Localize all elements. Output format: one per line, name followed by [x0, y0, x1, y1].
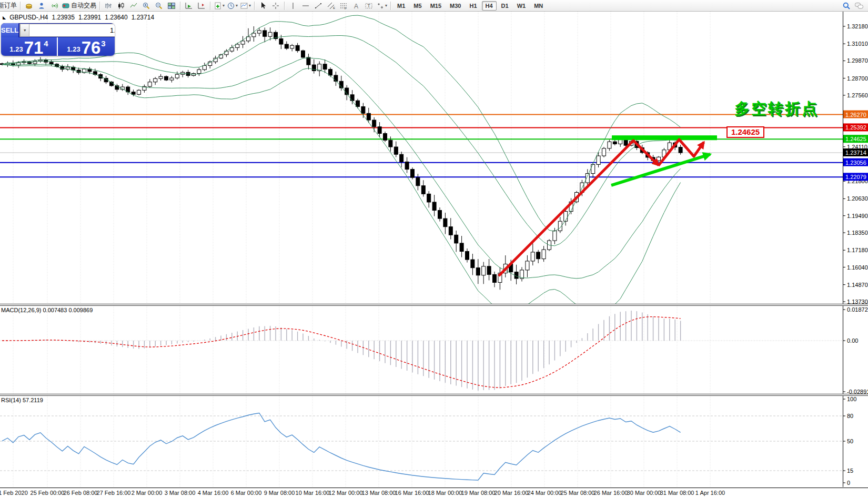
timeframe-mn[interactable]: MN	[530, 1, 547, 11]
bar-chart-button[interactable]	[103, 1, 114, 11]
indicators-button[interactable]: ▾	[213, 1, 225, 11]
bollinger-band	[2, 58, 681, 279]
candle-body	[334, 75, 338, 81]
candle-body	[372, 120, 376, 127]
timeframe-m1[interactable]: M1	[393, 1, 409, 11]
bollinger-band	[2, 65, 681, 304]
text-button[interactable]: A	[350, 1, 362, 11]
candle-body	[493, 274, 497, 282]
rsi-chart[interactable]: 1008050150	[0, 396, 868, 487]
sell-price-display[interactable]: 1.23 71 4	[1, 37, 57, 56]
sell-button[interactable]: SELL	[1, 23, 18, 37]
tile-windows-button[interactable]	[166, 1, 177, 11]
timeframe-m30[interactable]: M30	[446, 1, 465, 11]
resistance-zone-bar[interactable]	[612, 135, 717, 140]
volume-down-button[interactable]: ▼	[20, 24, 29, 37]
horizontal-line-button[interactable]	[300, 1, 311, 11]
panel-divider[interactable]	[0, 304, 868, 304]
price-chart[interactable]: 1.321801.310101.298701.287001.275601.241…	[0, 12, 868, 304]
signal-icon	[50, 2, 58, 10]
templates-button[interactable]: ▾	[239, 1, 251, 11]
candle-body	[416, 177, 420, 186]
rsi-axis-label: 80	[847, 413, 853, 419]
shapes-icon	[376, 2, 385, 10]
candle-body	[531, 252, 534, 261]
accounts-button[interactable]	[36, 1, 47, 11]
timeframe-w1[interactable]: W1	[513, 1, 530, 11]
candlesticks[interactable]	[1, 26, 683, 290]
line-chart-button[interactable]	[128, 1, 139, 11]
time-axis-label: 2 Mar 00:00	[132, 490, 163, 496]
candle-body	[679, 147, 682, 153]
turning-point-annotation[interactable]: 多空转折点	[734, 98, 819, 120]
zoom-out-button[interactable]	[153, 1, 165, 11]
template-icon	[240, 2, 248, 10]
timeframe-d1[interactable]: D1	[498, 1, 512, 11]
tile-windows-icon	[167, 2, 176, 10]
text-label-button[interactable]: T	[363, 1, 375, 11]
sell-price-sup: 4	[44, 39, 48, 47]
price-axis-label: 1.16040	[847, 264, 868, 271]
candle-body	[378, 127, 381, 134]
new-order-button[interactable]: 新订单	[1, 1, 17, 11]
candle-body	[301, 51, 305, 57]
candlestick-chart-button[interactable]	[115, 1, 127, 11]
candle-body	[476, 268, 480, 275]
candle-body	[619, 140, 622, 144]
price-axis-label: 1.18350	[847, 230, 868, 236]
candle-body	[432, 202, 436, 211]
candle-body	[438, 211, 442, 219]
candle-body	[586, 174, 589, 183]
candle-body	[165, 76, 168, 80]
time-axis-label: 9 Mar 08:00	[264, 490, 295, 496]
timeframe-h4[interactable]: H4	[482, 1, 497, 11]
one-click-trade-panel: SELL ▼ ▲ BUY 1.23 71 4 1.23 76 3	[1, 23, 115, 56]
chart-shift-button[interactable]	[196, 1, 207, 11]
candle-body	[236, 44, 239, 48]
time-axis[interactable]: 1 Feb 202025 Feb 00:0026 Feb 08:0027 Feb…	[0, 488, 868, 497]
signals-button[interactable]	[48, 1, 60, 11]
macd-chart[interactable]: 0.0187210.00-0.028913	[0, 306, 868, 394]
fibonacci-button[interactable]: F	[338, 1, 349, 11]
autotrade-button[interactable]: 自动交易	[61, 1, 97, 11]
time-axis-label: 27 Feb 16:00	[97, 490, 131, 496]
time-axis-label: 26 Feb 08:00	[64, 490, 98, 496]
crosshair-button[interactable]	[270, 1, 281, 11]
candle-body	[482, 266, 486, 275]
equidistant-channel-button[interactable]: E	[325, 1, 337, 11]
text-a-icon: A	[352, 2, 360, 10]
candle-body	[263, 31, 267, 36]
candle-body	[443, 218, 447, 227]
auto-scroll-button[interactable]	[183, 1, 195, 11]
timeframe-m5[interactable]: M5	[410, 1, 425, 11]
zoom-in-button[interactable]	[140, 1, 152, 11]
panel-divider[interactable]	[0, 394, 868, 394]
arrows-button[interactable]: ▾	[376, 1, 388, 11]
timeframe-m15[interactable]: M15	[427, 1, 445, 11]
trendline-button[interactable]	[312, 1, 324, 11]
autotrade-icon	[62, 2, 70, 10]
macd-axis-label: -0.028913	[847, 389, 868, 394]
toolbar-separator	[390, 2, 391, 10]
community-button[interactable]	[853, 1, 865, 11]
price-axis-label: 1.28700	[847, 75, 868, 82]
timeframe-h1[interactable]: H1	[466, 1, 480, 11]
price-axis-label: 1.14870	[847, 282, 868, 288]
periods-button[interactable]: ▾	[226, 1, 238, 11]
cursor-button[interactable]	[257, 1, 269, 11]
symbols-button[interactable]	[23, 1, 35, 11]
volume-input[interactable]	[29, 26, 115, 35]
price-axis-label: 1.32180	[847, 23, 868, 29]
candle-body	[591, 164, 595, 173]
indicators-icon	[214, 2, 222, 10]
candle-body	[137, 90, 141, 94]
candle-body	[148, 82, 152, 87]
red-trend-arrow[interactable]	[499, 141, 659, 276]
toolbar-separator	[180, 2, 180, 10]
buy-price-display[interactable]: 1.23 76 3	[58, 37, 115, 56]
search-button[interactable]	[841, 1, 852, 11]
text-label-icon: T	[365, 2, 373, 10]
resistance-price-box[interactable]: 1.24625	[726, 126, 764, 138]
vertical-line-button[interactable]	[287, 1, 299, 11]
quote-line: ◣ GBPUSD-,H4 1.23935 1.23991 1.23640 1.2…	[3, 14, 154, 21]
